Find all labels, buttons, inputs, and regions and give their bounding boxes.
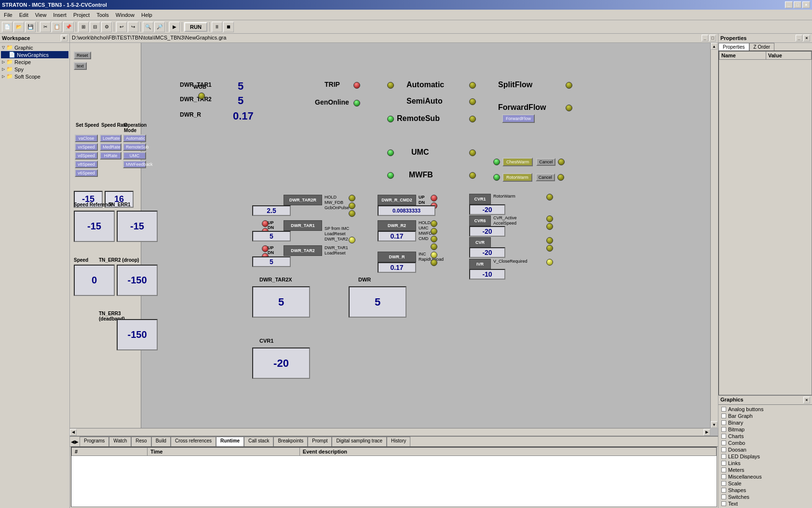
path-minimize[interactable]: _	[702, 35, 708, 41]
reset-button[interactable]: Reset	[74, 52, 91, 59]
sidebar-item-spy[interactable]: ▷ 📁 Spy	[1, 66, 68, 73]
scrollbar-right[interactable]: ▲ ▼	[710, 43, 718, 428]
led-label: LED Displays	[728, 454, 760, 459]
graphics-item-charts[interactable]: Charts	[719, 433, 811, 440]
semi-auto-led	[469, 98, 476, 106]
graphics-item-switches[interactable]: Switches	[719, 494, 811, 500]
menu-edit[interactable]: Edit	[16, 11, 31, 19]
dwr-tar1-signal-block: DWR_TAR1	[284, 220, 322, 231]
pause-btn[interactable]: ⏸	[212, 22, 222, 32]
properties-btn[interactable]: ⚙	[101, 22, 112, 32]
run-button[interactable]: RUN	[184, 22, 207, 32]
automatic-led2	[469, 82, 476, 90]
text-button[interactable]: text	[74, 62, 87, 70]
sidebar-item-softscope[interactable]: ▷ 📁 Soft Scope	[1, 73, 68, 80]
scroll-left-btn[interactable]: ◀	[70, 429, 77, 436]
graphics-item-combo[interactable]: Combo	[719, 440, 811, 446]
umc-indicator2	[469, 149, 476, 156]
lowrate-btn[interactable]: LowRate	[100, 134, 122, 142]
graphics-item-shapes[interactable]: Shapes	[719, 487, 811, 494]
graphics-item-bitmap[interactable]: Bitmap	[719, 426, 811, 433]
bottom-tab-runtime[interactable]: Runtime	[216, 437, 244, 446]
bottom-tab-prompt[interactable]: Prompt	[308, 437, 332, 446]
menu-file[interactable]: File	[1, 11, 15, 19]
v8speed-btn[interactable]: v8Speed	[75, 160, 98, 168]
medrate-btn[interactable]: MedRate	[100, 143, 122, 151]
dwr-tar2r-val: 2.5	[267, 207, 276, 214]
graphics-item-analog[interactable]: Analog buttons	[719, 406, 811, 413]
run-graphic-btn[interactable]: ▶	[169, 22, 180, 32]
speed-ref-label: Speed Reference	[74, 202, 113, 207]
sidebar-close[interactable]: ×	[61, 35, 68, 41]
menu-tools[interactable]: Tools	[94, 11, 112, 19]
bottom-tab-watch[interactable]: Watch	[109, 437, 131, 446]
cancel-button1[interactable]: Cancel	[536, 158, 555, 166]
zoom-out-btn[interactable]: 🔎	[154, 22, 165, 32]
graphics-item-links[interactable]: Links	[719, 460, 811, 467]
scroll-down-btn[interactable]: ▼	[711, 421, 717, 428]
cancel-button2[interactable]: Cancel	[536, 174, 555, 181]
redo-btn[interactable]: ↪	[128, 22, 138, 32]
minimize-button[interactable]: _	[785, 1, 793, 8]
canvas[interactable]: Reset text Set Speed Speed Rate Operatio…	[70, 43, 718, 436]
paste-btn[interactable]: 📌	[63, 22, 74, 32]
menu-project[interactable]: Project	[70, 11, 93, 19]
close-button[interactable]: ×	[802, 1, 810, 8]
bottom-nav-right[interactable]: ▶	[75, 439, 79, 444]
undo-btn[interactable]: ↩	[116, 22, 127, 32]
bottom-tab-digital[interactable]: Digital sampling trace	[332, 437, 387, 446]
scroll-up-btn[interactable]: ▲	[711, 43, 717, 50]
graphics-item-binary[interactable]: Binary	[719, 419, 811, 426]
graphics-item-meters[interactable]: Meters	[719, 467, 811, 473]
graphics-item-doosan[interactable]: Doosan	[719, 446, 811, 453]
bottom-tab-crossref[interactable]: Cross references	[171, 437, 216, 446]
sidebar-item-newgraphics[interactable]: 📄 NewGraphics	[1, 51, 68, 58]
bottom-tab-reso[interactable]: Reso	[131, 437, 151, 446]
vaclose-btn[interactable]: vaClose	[75, 134, 98, 142]
save-btn[interactable]: 💾	[25, 22, 36, 32]
copy-btn[interactable]: 📋	[52, 22, 62, 32]
graphics-item-scale[interactable]: Scale	[719, 480, 811, 487]
stop-btn[interactable]: ⏹	[223, 22, 234, 32]
bottom-tab-breakpoints[interactable]: Breakpoints	[273, 437, 308, 446]
sidebar-item-recipe[interactable]: ▷ 📁 Recipe	[1, 58, 68, 66]
graphics-item-text[interactable]: Text	[719, 500, 811, 507]
graphics-item-bargraph[interactable]: Bar Graph	[719, 413, 811, 419]
forward-flow-button[interactable]: ForwardFlow	[502, 114, 535, 123]
path-maximize[interactable]: □	[709, 35, 716, 41]
open-btn[interactable]: 📂	[14, 22, 24, 32]
bottom-tab-build[interactable]: Build	[151, 437, 171, 446]
bottom-tab-programs[interactable]: Programs	[80, 437, 109, 446]
props-close[interactable]: ×	[803, 35, 810, 41]
graphics-close[interactable]: ×	[803, 397, 810, 403]
graphics-item-misc[interactable]: Miscellaneous	[719, 473, 811, 480]
bottom-nav-left[interactable]: ◀	[71, 439, 75, 444]
cut-btn[interactable]: ✂	[40, 22, 51, 32]
sidebar-item-graphic[interactable]: ▽ 📁 Graphic	[1, 44, 68, 51]
menu-window[interactable]: Window	[113, 11, 137, 19]
graphics-item-led[interactable]: LED Displays	[719, 453, 811, 460]
props-tab-properties[interactable]: Properties	[718, 43, 749, 51]
vxspeed-btn[interactable]: vxSpeed	[75, 143, 98, 151]
rotor-warm-button[interactable]: RotorWarm	[502, 173, 532, 182]
grid-btn[interactable]: ⊞	[78, 22, 89, 32]
v6speed-btn[interactable]: v6Speed	[75, 169, 98, 177]
maximize-button[interactable]: □	[794, 1, 801, 8]
zoom-in-btn[interactable]: 🔍	[143, 22, 153, 32]
hirate-btn[interactable]: HiRate	[100, 152, 122, 160]
bottom-tab-callstack[interactable]: Call stack	[244, 437, 273, 446]
menu-insert[interactable]: Insert	[50, 11, 69, 19]
new-btn[interactable]: 📄	[2, 22, 13, 32]
bottom-tab-history[interactable]: History	[387, 437, 410, 446]
menu-help[interactable]: Help	[138, 11, 155, 19]
props-tab-zorder[interactable]: Z Order	[749, 43, 774, 51]
chest-warm-button[interactable]: ChestWarm	[502, 158, 533, 166]
scrollbar-bottom[interactable]: ◀ ▶	[70, 428, 710, 436]
menu-view[interactable]: View	[32, 11, 50, 19]
scroll-right-btn[interactable]: ▶	[704, 429, 710, 436]
grid2-btn[interactable]: ⊟	[90, 22, 100, 32]
vdspeed-btn[interactable]: vdSpeed	[75, 152, 98, 160]
sep2	[76, 22, 76, 32]
props-minimize[interactable]: _	[796, 35, 802, 41]
up-text2: UP	[268, 245, 274, 250]
